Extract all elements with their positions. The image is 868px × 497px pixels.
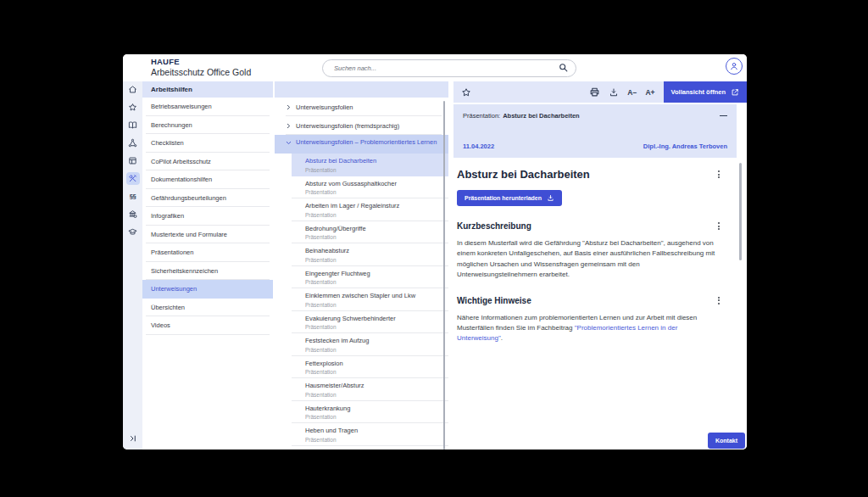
collapse-infobox-icon[interactable] bbox=[720, 115, 727, 117]
tree-child-type: Präsentation bbox=[305, 302, 442, 308]
graduation-cap-icon bbox=[128, 227, 137, 237]
sidebar-item-authorities[interactable] bbox=[126, 208, 140, 221]
person-icon bbox=[729, 61, 739, 71]
brand-name: HAUFE bbox=[151, 58, 251, 67]
tree-child-eingeengter-fluchtweg[interactable]: Eingeengter Fluchtweg Präsentation bbox=[292, 266, 448, 289]
section-text-wichtige-hinweise: Nähere Informationen zum problemorientie… bbox=[457, 313, 721, 344]
tree-item-label: Unterweisungsfolien (fremdsprachig) bbox=[296, 122, 399, 130]
print-icon[interactable] bbox=[589, 87, 600, 98]
nav-item-mustertexte-und-formulare[interactable]: Mustertexte und Formulare bbox=[142, 226, 273, 244]
sidebar-item-arbeitshilfen[interactable] bbox=[126, 172, 140, 185]
tree-child-type: Präsentation bbox=[305, 212, 442, 218]
tree-child-label: Absturz bei Dacharbeiten bbox=[305, 157, 442, 165]
screen-background: HAUFE Arbeitsschutz Office Gold bbox=[0, 0, 868, 497]
tree-child-absturz-vom-gussasphaltkocher[interactable]: Absturz vom Gussasphaltkocher Präsentati… bbox=[292, 176, 448, 199]
search-icon[interactable] bbox=[558, 62, 569, 73]
star-icon bbox=[128, 103, 137, 112]
sidebar-item-laws[interactable]: §§ bbox=[126, 190, 140, 203]
tree-child-type: Präsentation bbox=[305, 257, 442, 263]
nav-header: Arbeitshilfen bbox=[142, 81, 273, 98]
nav-item-berechnungen[interactable]: Berechnungen bbox=[142, 116, 273, 135]
tree-item-label: Unterweisungsfolien – Problemorientierte… bbox=[296, 138, 437, 147]
tree-child-label: Feststecken im Aufzug bbox=[305, 337, 442, 344]
content-scrollbar[interactable] bbox=[739, 163, 742, 260]
tree-item-unterweisungsfolien-fremdsprachig[interactable]: Unterweisungsfolien (fremdsprachig) bbox=[275, 116, 448, 135]
fullview-button[interactable]: Vollansicht öffnen bbox=[664, 81, 747, 103]
tree-child-arbeiten-im-lager[interactable]: Arbeiten im Lager / Regaleinsturz Präsen… bbox=[292, 198, 448, 221]
tree-child-evakuierung-schwerbehinderter[interactable]: Evakuierung Schwerbehinderter Präsentati… bbox=[292, 311, 448, 334]
tree-scrollbar[interactable] bbox=[443, 101, 445, 450]
sidebar-item-index-cards[interactable] bbox=[126, 154, 140, 167]
tree-child-label: Hausmeister/Absturz bbox=[305, 382, 442, 389]
tree-child-type: Präsentation bbox=[305, 392, 442, 398]
search-bar bbox=[322, 59, 576, 76]
nav-item-dokumentationshilfen[interactable]: Dokumentationshilfen bbox=[142, 170, 273, 189]
tree-child-label: Arbeiten im Lager / Regaleinsturz bbox=[305, 202, 442, 209]
tree-child-hauterkrankung[interactable]: Hauterkrankung Präsentation bbox=[292, 401, 448, 424]
tree-item-problemorientiertes-lernen[interactable]: Unterweisungsfolien – Problemorientierte… bbox=[275, 135, 448, 154]
nav-item-videos[interactable]: Videos bbox=[142, 316, 273, 335]
font-increase-button[interactable]: A+ bbox=[645, 88, 654, 97]
tree-child-label: Einklemmen zwischen Stapler und Lkw bbox=[305, 292, 442, 299]
reader-toolbar: A− A+ Vollansicht öffnen bbox=[453, 81, 747, 103]
nav-item-betriebsanweisungen[interactable]: Betriebsanweisungen bbox=[142, 98, 273, 116]
tree-child-type: Präsentation bbox=[305, 347, 442, 353]
sidebar-item-training[interactable] bbox=[126, 226, 140, 238]
nav-item-gefaehrdungsbeurteilungen[interactable]: Gefährdungsbeurteilungen bbox=[142, 189, 273, 208]
toolbar-actions: A− A+ bbox=[589, 87, 654, 98]
tree-child-fettexplosion[interactable]: Fettexplosion Präsentation bbox=[292, 356, 448, 379]
tree-child-beinaheabsturz[interactable]: Beinaheabsturz Präsentation bbox=[292, 243, 448, 266]
section-text-kurzbeschreibung: In diesem Musterfall wird die Gefährdung… bbox=[457, 238, 721, 281]
nav-item-copilot-arbeitsschutz[interactable]: CoPilot Arbeitsschutz bbox=[142, 153, 273, 171]
tree-child-absturz-bei-dacharbeiten[interactable]: Absturz bei Dacharbeiten Präsentation bbox=[292, 154, 448, 176]
tree-child-bedrohung-uebergriffe[interactable]: Bedrohung/Übergriffe Präsentation bbox=[292, 221, 448, 244]
tree-child-label: Fettexplosion bbox=[305, 360, 442, 367]
user-account-button[interactable] bbox=[726, 58, 743, 75]
tree-item-label: Unterweisungsfolien bbox=[296, 103, 353, 111]
sidebar-item-topics[interactable] bbox=[126, 137, 140, 149]
tree-child-label: Absturz vom Gussasphaltkocher bbox=[305, 180, 442, 187]
nav-item-unterweisungen[interactable]: Unterweisungen bbox=[142, 280, 273, 299]
nav-item-sicherheitskennzeichen[interactable]: Sicherheitskennzeichen bbox=[142, 262, 273, 281]
network-icon bbox=[128, 138, 137, 148]
kebab-menu-icon[interactable] bbox=[716, 221, 721, 232]
kebab-menu-icon[interactable] bbox=[716, 295, 721, 306]
tree-child-label: Heben und Tragen bbox=[305, 427, 442, 434]
tree-child-type: Präsentation bbox=[305, 414, 442, 420]
tree-child-einklemmen-stapler-lkw[interactable]: Einklemmen zwischen Stapler und Lkw Präs… bbox=[292, 288, 448, 311]
sidebar-item-lexicon[interactable] bbox=[126, 119, 140, 131]
section-heading-wichtige-hinweise: Wichtige Hinweise bbox=[457, 296, 531, 305]
kontakt-button[interactable]: Kontakt bbox=[708, 433, 745, 449]
document-content: Absturz bei Dacharbeiten Präsentation he… bbox=[453, 158, 747, 450]
nav-item-infografiken[interactable]: Infografiken bbox=[142, 207, 273, 226]
nav-item-praesentationen[interactable]: Präsentationen bbox=[142, 243, 273, 262]
sidebar-item-home[interactable] bbox=[126, 83, 140, 96]
category-nav: Arbeitshilfen Betriebsanweisungen Berech… bbox=[142, 81, 273, 450]
sidebar-item-favorites[interactable] bbox=[126, 101, 140, 114]
tree-child-feststecken-im-aufzug[interactable]: Feststecken im Aufzug Präsentation bbox=[292, 333, 448, 356]
open-book-icon bbox=[128, 120, 137, 130]
tree-child-type: Präsentation bbox=[305, 279, 442, 285]
tree-child-heben-und-tragen[interactable]: Heben und Tragen Präsentation bbox=[292, 423, 448, 446]
download-presentation-label: Präsentation herunterladen bbox=[465, 195, 542, 201]
chevron-right-icon bbox=[286, 123, 292, 129]
document-date: 11.04.2022 bbox=[463, 142, 494, 150]
favorite-star-icon[interactable] bbox=[461, 87, 471, 98]
product-name: Arbeitsschutz Office Gold bbox=[151, 67, 251, 77]
download-presentation-button[interactable]: Präsentation herunterladen bbox=[457, 190, 562, 206]
app-window: HAUFE Arbeitsschutz Office Gold bbox=[123, 54, 747, 450]
font-decrease-button[interactable]: A− bbox=[627, 88, 637, 97]
tree-child-hausmeister-absturz[interactable]: Hausmeister/Absturz Präsentation bbox=[292, 378, 448, 401]
search-input[interactable] bbox=[322, 59, 576, 77]
nav-item-checklisten[interactable]: Checklisten bbox=[142, 134, 273, 153]
expand-sidebar-button[interactable] bbox=[123, 434, 142, 443]
fullview-button-label: Vollansicht öffnen bbox=[671, 88, 726, 96]
tree-item-unterweisungsfolien[interactable]: Unterweisungsfolien bbox=[275, 98, 448, 116]
paragraphs-icon: §§ bbox=[130, 193, 136, 200]
section-heading-kurzbeschreibung: Kurzbeschreibung bbox=[457, 221, 531, 231]
kebab-menu-icon[interactable] bbox=[716, 169, 721, 180]
download-icon[interactable] bbox=[609, 87, 619, 98]
document-title-label: Absturz bei Dacharbeiten bbox=[503, 112, 579, 120]
nav-item-uebersichten[interactable]: Übersichten bbox=[142, 299, 273, 317]
tree-child-type: Präsentation bbox=[305, 369, 442, 375]
